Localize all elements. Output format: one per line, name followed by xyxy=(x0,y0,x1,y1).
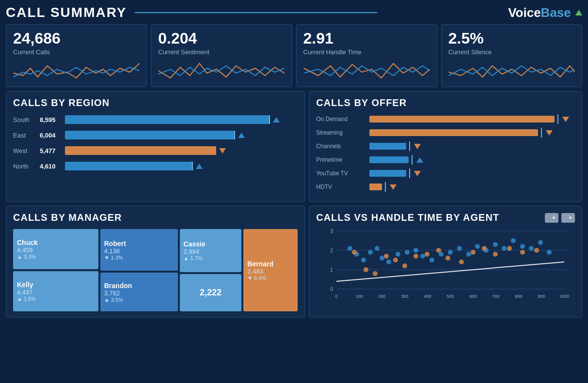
region-label-west: West xyxy=(13,147,40,154)
svg-point-54 xyxy=(445,256,450,260)
scatter-plot: 3 2 1 0 0 100 200 300 400 500 600 700 80… xyxy=(316,226,575,304)
svg-text:900: 900 xyxy=(538,294,545,299)
scatter-controls xyxy=(545,213,575,223)
treemap-col-1: Robert 4,136 ▼ 1.3% Brandon 3,782 ▲ 3.5% xyxy=(100,229,178,311)
cell-name-cassie: Cassie xyxy=(184,240,238,248)
svg-point-57 xyxy=(482,246,487,251)
svg-point-60 xyxy=(520,250,525,255)
region-value-west: 5,477 xyxy=(40,147,65,154)
kpi-label-handle-time: Current Handle Time xyxy=(303,48,430,56)
svg-point-28 xyxy=(405,250,410,255)
logo: VoiceBase xyxy=(508,5,582,20)
svg-point-38 xyxy=(493,242,498,247)
calls-by-manager-title: CALLS BY MANAGER xyxy=(13,212,298,223)
svg-text:200: 200 xyxy=(379,294,386,299)
offer-bar-ondemand xyxy=(369,114,575,124)
cell-name-kelly: Kelly xyxy=(17,281,95,289)
svg-point-53 xyxy=(436,248,441,253)
dropdown-wrap-1[interactable] xyxy=(545,213,558,223)
cell-change-brandon: ▲ 3.5% xyxy=(104,297,174,303)
offer-label-streaming: Streaming xyxy=(316,129,369,136)
cell-name-2222: 2,222 xyxy=(200,288,222,298)
svg-point-41 xyxy=(520,244,525,249)
offer-label-primetime: Primetime xyxy=(316,156,369,163)
svg-point-43 xyxy=(538,240,543,245)
calls-by-offer-section: CALLS BY OFFER On Demand Streaming C xyxy=(309,91,582,202)
region-bar-south xyxy=(65,114,298,125)
svg-text:1000: 1000 xyxy=(559,294,569,299)
treemap-cell-kelly: Kelly 4,437 ▲ 1.5% xyxy=(13,271,98,311)
region-label-north: North xyxy=(13,163,40,170)
bottom-row: CALLS BY MANAGER Chuck 4,459 ▲ 3.3% Kell… xyxy=(6,206,582,318)
offer-label-ondemand: On Demand xyxy=(316,116,369,123)
svg-point-27 xyxy=(396,252,400,257)
cell-name-bernard: Bernard xyxy=(247,260,294,268)
cell-calls-chuck: 4,459 xyxy=(17,246,95,254)
svg-point-48 xyxy=(384,254,389,259)
svg-point-59 xyxy=(507,246,512,251)
svg-text:100: 100 xyxy=(356,294,363,299)
region-bar-west xyxy=(65,145,298,156)
calls-by-region-section: CALLS BY REGION South 8,595 East 6,004 xyxy=(6,91,305,202)
cell-change-chuck: ▲ 3.3% xyxy=(17,254,95,260)
logo-base: Base xyxy=(541,5,571,20)
svg-text:0: 0 xyxy=(335,294,338,299)
offer-row-streaming: Streaming xyxy=(316,128,575,138)
cell-calls-brandon: 3,782 xyxy=(104,290,174,297)
middle-row: CALLS BY REGION South 8,595 East 6,004 xyxy=(6,91,582,202)
region-value-south: 8,595 xyxy=(40,116,65,123)
sparkline-handle-time xyxy=(303,59,430,83)
svg-point-34 xyxy=(457,246,462,251)
svg-point-40 xyxy=(511,238,516,243)
page-title: CALL SUMMARY xyxy=(6,5,377,20)
calls-by-region-title: CALLS BY REGION xyxy=(13,97,298,108)
svg-point-42 xyxy=(529,246,534,251)
svg-point-44 xyxy=(547,250,552,255)
region-value-east: 6,004 xyxy=(40,132,65,139)
svg-point-52 xyxy=(425,252,429,257)
offer-row-hdtv: HDTV xyxy=(316,182,575,192)
region-row-north: North 4,610 xyxy=(13,161,298,171)
svg-point-47 xyxy=(373,271,378,276)
svg-point-45 xyxy=(352,250,357,255)
offer-label-youtubetv: YouTube TV xyxy=(316,170,369,177)
scatter-dropdown-1[interactable] xyxy=(545,213,558,223)
offer-row-youtubetv: YouTube TV xyxy=(316,169,575,178)
svg-text:600: 600 xyxy=(470,294,477,299)
offer-bar-channels xyxy=(369,141,575,151)
kpi-current-sentiment: 0.204 Current Sentiment xyxy=(151,24,292,87)
scatter-dropdown-2[interactable] xyxy=(561,213,575,223)
treemap-cell-chuck: Chuck 4,459 ▲ 3.3% xyxy=(13,229,98,269)
region-bar-north xyxy=(65,161,298,171)
cell-calls-cassie: 2,994 xyxy=(184,248,238,255)
svg-text:2: 2 xyxy=(331,248,334,253)
svg-point-29 xyxy=(413,248,418,253)
offer-bar-streaming xyxy=(369,128,575,138)
offer-row-channels: Channels xyxy=(316,141,575,151)
kpi-value-silence: 2.5% xyxy=(448,30,575,47)
treemap-cell-cassie: Cassie 2,994 ▲ 1.7% xyxy=(180,229,242,272)
offer-label-hdtv: HDTV xyxy=(316,184,369,190)
kpi-value-handle-time: 2.91 xyxy=(303,30,430,47)
svg-point-35 xyxy=(466,252,471,257)
region-row-south: South 8,595 xyxy=(13,114,298,125)
kpi-label-silence: Current Silence xyxy=(448,48,575,56)
dashboard: CALL SUMMARY VoiceBase 24,686 Current Ca… xyxy=(0,0,588,383)
dropdown-wrap-2[interactable] xyxy=(561,213,575,223)
offer-row-ondemand: On Demand xyxy=(316,114,575,124)
svg-text:1: 1 xyxy=(331,267,334,273)
kpi-label-sentiment: Current Sentiment xyxy=(158,48,285,56)
offer-bar-youtubetv xyxy=(369,169,575,178)
treemap-cell-2222: 2,222 xyxy=(180,274,242,311)
svg-point-39 xyxy=(502,246,507,251)
treemap-cell-robert: Robert 4,136 ▼ 1.3% xyxy=(100,229,178,271)
calls-vs-handle-title: CALLS VS HANDLE TIME BY AGENT xyxy=(316,212,499,223)
svg-point-55 xyxy=(459,260,464,264)
calls-by-manager-section: CALLS BY MANAGER Chuck 4,459 ▲ 3.3% Kell… xyxy=(6,206,305,318)
cell-change-bernard: ▼ 6.4% xyxy=(247,275,294,281)
treemap: Chuck 4,459 ▲ 3.3% Kelly 4,437 ▲ 1.5% Ro… xyxy=(13,229,298,311)
treemap-col-2: Cassie 2,994 ▲ 1.7% 2,222 xyxy=(180,229,242,311)
svg-text:0: 0 xyxy=(331,287,334,292)
calls-by-offer-title: CALLS BY OFFER xyxy=(316,97,575,108)
sparkline-calls xyxy=(13,59,140,83)
